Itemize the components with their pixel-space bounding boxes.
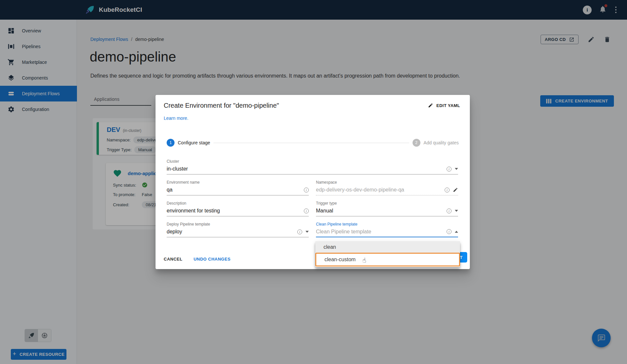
environment-name-field[interactable]: Environment name qa i [167, 180, 309, 195]
namespace-label: Namespace [316, 180, 458, 185]
dropdown-option-clean[interactable]: clean [315, 241, 460, 253]
environment-name-label: Environment name [167, 180, 309, 185]
dropdown-option-clean-custom[interactable]: clean-custom ☝ [315, 253, 460, 266]
cluster-value[interactable]: in-cluster [167, 166, 443, 172]
step-1-indicator: 1 [167, 139, 175, 147]
edit-yaml-button[interactable]: EDIT YAML [428, 103, 460, 108]
info-icon[interactable]: i [447, 229, 452, 234]
trigger-type-field[interactable]: Trigger type Manual i [316, 201, 458, 216]
trigger-type-label: Trigger type [316, 201, 458, 206]
namespace-value: edp-delivery-os-dev-demo-pipeline-qa [316, 187, 441, 193]
deploy-pipeline-template-value[interactable]: deploy [167, 229, 294, 235]
step-2-label: Add quality gates [424, 140, 459, 145]
description-label: Description [167, 201, 309, 206]
description-field[interactable]: Description environment for testing i [167, 201, 309, 216]
info-icon[interactable]: i [304, 188, 309, 192]
step-2-indicator: 2 [413, 139, 420, 147]
chevron-down-icon[interactable] [305, 231, 309, 233]
deploy-pipeline-template-label: Deploy Pipeline template [167, 222, 309, 227]
info-icon[interactable]: i [304, 209, 309, 213]
edit-namespace-button[interactable] [453, 187, 458, 192]
app-screen: KubeRocketCI i ‹ Overview Pipelines [0, 0, 627, 364]
hand-cursor-icon: ☝ [361, 256, 366, 264]
pencil-icon [453, 187, 458, 192]
edit-yaml-label: EDIT YAML [436, 103, 460, 108]
cluster-field[interactable]: Cluster in-cluster i [167, 159, 458, 174]
namespace-field: Namespace edp-delivery-os-dev-demo-pipel… [316, 180, 458, 195]
info-icon[interactable]: i [447, 209, 452, 213]
stepper: 1 Configure stage 2 Add quality gates [167, 139, 459, 147]
learn-more-link[interactable]: Learn more. [164, 116, 188, 121]
environment-name-value[interactable]: qa [167, 187, 301, 193]
info-icon[interactable]: i [447, 167, 452, 172]
pencil-icon [428, 103, 433, 108]
step-1-label: Configure stage [178, 140, 210, 145]
cancel-button[interactable]: CANCEL [162, 255, 184, 264]
clean-pipeline-template-field[interactable]: Clean Pipeline template Clean Pipeline t… [316, 222, 458, 237]
chevron-up-icon[interactable] [455, 231, 458, 233]
info-icon[interactable]: i [445, 188, 450, 192]
description-value[interactable]: environment for testing [167, 208, 301, 214]
cluster-label: Cluster [167, 159, 458, 164]
trigger-type-value[interactable]: Manual [316, 208, 443, 214]
deploy-pipeline-template-field[interactable]: Deploy Pipeline template deploy i [167, 222, 309, 237]
stepper-connector [213, 143, 409, 143]
dropdown-option-label: clean-custom [324, 257, 356, 263]
clean-pipeline-template-label: Clean Pipeline template [316, 222, 458, 227]
dialog-title: Create Environment for "demo-pipeline" [164, 102, 279, 109]
chevron-down-icon[interactable] [455, 210, 458, 212]
clean-pipeline-template-menu: clean clean-custom ☝ [315, 241, 460, 267]
info-icon[interactable]: i [297, 229, 302, 234]
clean-pipeline-template-placeholder[interactable]: Clean Pipeline template [316, 229, 443, 235]
chevron-down-icon[interactable] [455, 168, 458, 170]
undo-changes-button[interactable]: UNDO CHANGES [192, 255, 232, 264]
